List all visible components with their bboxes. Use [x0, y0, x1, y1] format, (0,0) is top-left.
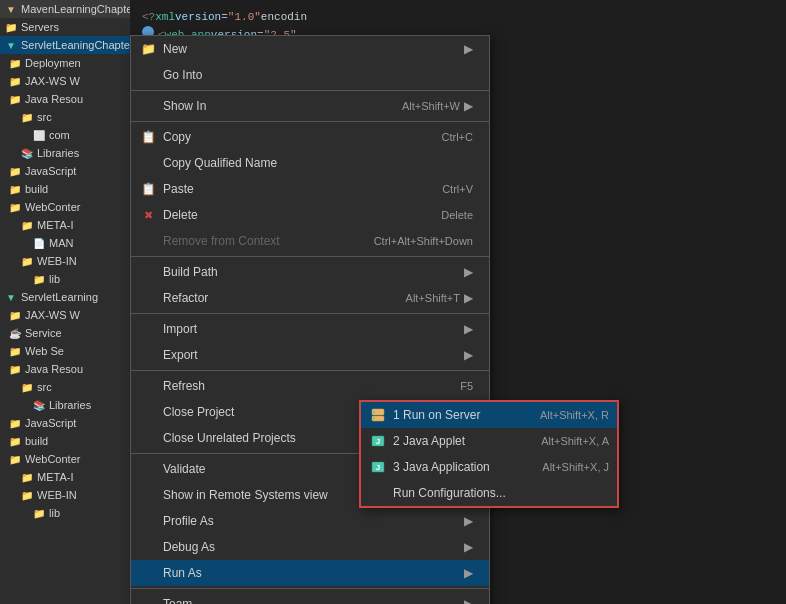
- menu-profile-as[interactable]: Profile As ▶: [131, 508, 489, 534]
- menu-item-label: Refresh: [163, 379, 440, 393]
- menu-refactor[interactable]: Refactor Alt+Shift+T ▶: [131, 285, 489, 311]
- tree-item-libraries2[interactable]: 📚 Libraries: [0, 396, 130, 414]
- tree-label: src: [37, 381, 52, 393]
- menu-team[interactable]: Team ▶: [131, 591, 489, 604]
- folder-icon: 📁: [8, 74, 22, 88]
- svg-point-1: [373, 411, 375, 413]
- menu-copy-qualified[interactable]: Copy Qualified Name: [131, 150, 489, 176]
- menu-go-into[interactable]: Go Into: [131, 62, 489, 88]
- submenu-run-configurations[interactable]: Run Configurations...: [361, 480, 617, 506]
- menu-item-label: Paste: [163, 182, 422, 196]
- tree-item-jaxws2[interactable]: 📁 JAX-WS W: [0, 306, 130, 324]
- tree-item-jaxws1[interactable]: 📁 JAX-WS W: [0, 72, 130, 90]
- arrow-icon: ▶: [464, 265, 473, 279]
- tree-item-javascript2[interactable]: 📁 JavaScript: [0, 414, 130, 432]
- tree-item-metainf1[interactable]: 📁 META-I: [0, 216, 130, 234]
- tree-label: META-I: [37, 471, 73, 483]
- empty-icon: [139, 595, 157, 604]
- menu-remove-context[interactable]: Remove from Context Ctrl+Alt+Shift+Down: [131, 228, 489, 254]
- tree-item-webcontent2[interactable]: 📁 WebConter: [0, 450, 130, 468]
- tree-item-servletlearning[interactable]: ▼ ServletLearning: [0, 288, 130, 306]
- menu-run-as[interactable]: Run As ▶: [131, 560, 489, 586]
- menu-import[interactable]: Import ▶: [131, 316, 489, 342]
- tree-item-lib1[interactable]: 📁 lib: [0, 270, 130, 288]
- shortcut-text: Alt+Shift+X, A: [541, 435, 609, 447]
- folder-icon: 📁: [20, 110, 34, 124]
- tree-item-com[interactable]: ⬜ com: [0, 126, 130, 144]
- tree-item-src2[interactable]: 📁 src: [0, 378, 130, 396]
- menu-separator: [131, 256, 489, 257]
- tree-item-build2[interactable]: 📁 build: [0, 432, 130, 450]
- empty-icon: [139, 232, 157, 250]
- submenu-java-applet[interactable]: J 2 Java Applet Alt+Shift+X, A: [361, 428, 617, 454]
- menu-item-label: Remove from Context: [163, 234, 354, 248]
- empty-icon: [139, 564, 157, 582]
- tree-item-build1[interactable]: 📁 build: [0, 180, 130, 198]
- tree-item-javaresource2[interactable]: 📁 Java Resou: [0, 360, 130, 378]
- shortcut-text: Ctrl+C: [442, 131, 473, 143]
- tree-label: Libraries: [37, 147, 79, 159]
- menu-item-label: Run As: [163, 566, 460, 580]
- tree-item-src1[interactable]: 📁 src: [0, 108, 130, 126]
- submenu-item-label: 3 Java Application: [393, 460, 522, 474]
- project-tree: ▼ MavenLearningChapter1 📁 Servers ▼ Serv…: [0, 0, 130, 604]
- empty-icon: [139, 512, 157, 530]
- tree-item-lib2[interactable]: 📁 lib: [0, 504, 130, 522]
- menu-paste[interactable]: 📋 Paste Ctrl+V: [131, 176, 489, 202]
- menu-export[interactable]: Export ▶: [131, 342, 489, 368]
- tree-label: lib: [49, 507, 60, 519]
- tree-label: WEB-IN: [37, 255, 77, 267]
- tree-label: MAN: [49, 237, 73, 249]
- lib-icon: 📚: [32, 398, 46, 412]
- empty-icon: [139, 377, 157, 395]
- menu-refresh[interactable]: Refresh F5: [131, 373, 489, 399]
- submenu-item-label: 2 Java Applet: [393, 434, 521, 448]
- folder-icon: 📁: [8, 164, 22, 178]
- menu-copy[interactable]: 📋 Copy Ctrl+C: [131, 124, 489, 150]
- folder-icon: 📁: [20, 488, 34, 502]
- menu-show-in[interactable]: Show In Alt+Shift+W ▶: [131, 93, 489, 119]
- empty-icon: [139, 486, 157, 504]
- tree-item-javaresource1[interactable]: 📁 Java Resou: [0, 90, 130, 108]
- submenu-java-application[interactable]: J 3 Java Application Alt+Shift+X, J: [361, 454, 617, 480]
- menu-item-label: Refactor: [163, 291, 386, 305]
- tree-item-maven[interactable]: ▼ MavenLearningChapter1: [0, 0, 130, 18]
- tree-item-metainf2[interactable]: 📁 META-I: [0, 468, 130, 486]
- tree-label: WebConter: [25, 201, 80, 213]
- xml-icon: 📄: [32, 236, 46, 250]
- folder-icon: 📁: [8, 182, 22, 196]
- submenu-item-label: Run Configurations...: [393, 486, 609, 500]
- menu-new[interactable]: 📁 New ▶: [131, 36, 489, 62]
- tree-item-webcontent1[interactable]: 📁 WebConter: [0, 198, 130, 216]
- tree-item-servlet-chapter0[interactable]: ▼ ServletLeaningChapter0: [0, 36, 130, 54]
- menu-item-label: Debug As: [163, 540, 460, 554]
- arrow-icon: ▶: [464, 597, 473, 604]
- menu-item-label: Profile As: [163, 514, 460, 528]
- project-icon: ▼: [4, 38, 18, 52]
- tree-label: Deploymen: [25, 57, 81, 69]
- menu-delete[interactable]: ✖ Delete Delete: [131, 202, 489, 228]
- submenu-item-label: 1 Run on Server: [393, 408, 520, 422]
- menu-separator: [131, 588, 489, 589]
- tree-label: Libraries: [49, 399, 91, 411]
- tree-item-libraries1[interactable]: 📚 Libraries: [0, 144, 130, 162]
- tree-item-webinf2[interactable]: 📁 WEB-IN: [0, 486, 130, 504]
- tree-item-javascript1[interactable]: 📁 JavaScript: [0, 162, 130, 180]
- tree-label: Java Resou: [25, 363, 83, 375]
- menu-item-label: Copy: [163, 130, 422, 144]
- code-line-1: <?xml version="1.0" encodin: [142, 8, 774, 26]
- tree-label: JavaScript: [25, 417, 76, 429]
- tree-item-webinf1[interactable]: 📁 WEB-IN: [0, 252, 130, 270]
- tree-item-service[interactable]: ☕ Service: [0, 324, 130, 342]
- tree-item-manifest[interactable]: 📄 MAN: [0, 234, 130, 252]
- submenu-run-on-server[interactable]: 1 Run on Server Alt+Shift+X, R: [361, 402, 617, 428]
- arrow-icon: ▶: [464, 42, 473, 56]
- menu-debug-as[interactable]: Debug As ▶: [131, 534, 489, 560]
- menu-separator: [131, 370, 489, 371]
- menu-build-path[interactable]: Build Path ▶: [131, 259, 489, 285]
- tree-item-deployment[interactable]: 📁 Deploymen: [0, 54, 130, 72]
- tree-item-servers[interactable]: 📁 Servers: [0, 18, 130, 36]
- menu-separator: [131, 121, 489, 122]
- tree-item-webse[interactable]: 📁 Web Se: [0, 342, 130, 360]
- shortcut-text: Alt+Shift+W: [402, 100, 460, 112]
